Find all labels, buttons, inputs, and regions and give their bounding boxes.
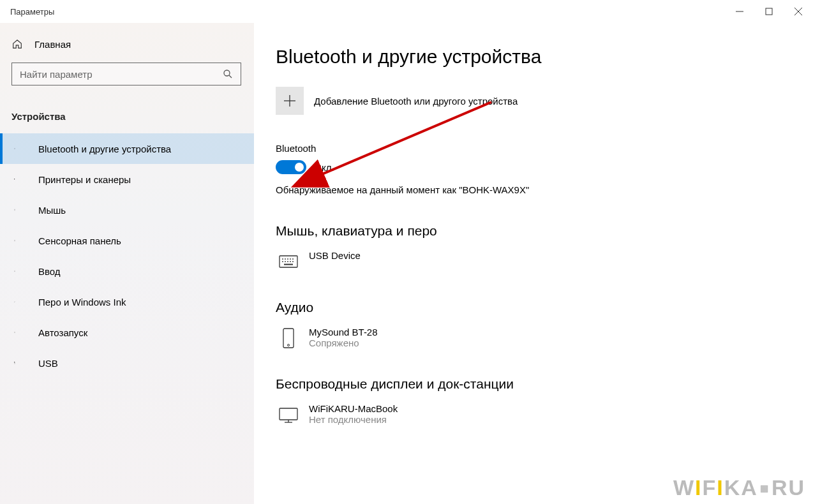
svg-point-31 — [285, 258, 286, 260]
page-title: Bluetooth и другие устройства — [276, 46, 791, 68]
svg-rect-43 — [280, 408, 297, 420]
sidebar-item-printers[interactable]: Принтеры и сканеры — [0, 164, 254, 195]
bluetooth-label: Bluetooth — [276, 143, 791, 154]
section-audio: Аудио — [276, 300, 791, 315]
sidebar-item-touchpad[interactable]: Сенсорная панель — [0, 225, 254, 256]
svg-rect-7 — [15, 148, 15, 149]
minimize-button[interactable] — [725, 0, 754, 23]
svg-point-32 — [287, 258, 288, 260]
svg-rect-17 — [14, 271, 15, 271]
sidebar-item-usb[interactable]: USB — [0, 348, 254, 378]
sidebar-section-title: Устройства — [0, 97, 254, 133]
sidebar: Главная Устройства Bluetooth и другие ус… — [0, 23, 254, 504]
window-title: Параметры — [10, 7, 54, 17]
search-input-container[interactable] — [11, 63, 241, 85]
keyboard-icon — [276, 250, 301, 274]
sidebar-item-label: Сенсорная панель — [38, 235, 121, 246]
svg-point-42 — [288, 345, 290, 346]
svg-point-4 — [224, 70, 230, 76]
home-nav-item[interactable]: Главная — [0, 32, 254, 56]
watermark: WIFIKA▦RU — [673, 475, 805, 500]
sidebar-item-label: Принтеры и сканеры — [38, 174, 131, 185]
sidebar-item-label: Bluetooth и другие устройства — [38, 144, 171, 154]
sidebar-item-label: USB — [38, 358, 58, 369]
bluetooth-toggle[interactable] — [276, 160, 306, 174]
sidebar-item-bluetooth[interactable]: Bluetooth и другие устройства — [0, 133, 254, 164]
svg-point-23 — [14, 332, 15, 333]
usb-icon — [14, 357, 27, 369]
section-mouse-keyboard-pen: Мышь, клавиатура и перо — [276, 223, 791, 239]
autoplay-icon — [14, 326, 27, 339]
svg-rect-41 — [283, 329, 294, 348]
device-wifikaru-macbook[interactable]: WiFiKARU-MacBook Нет подключения — [276, 401, 791, 441]
svg-marker-24 — [15, 332, 15, 333]
sidebar-item-typing[interactable]: Ввод — [0, 256, 254, 286]
device-mysound[interactable]: MySound BT-28 Сопряжено — [276, 324, 791, 365]
search-icon — [223, 69, 233, 79]
svg-point-39 — [292, 261, 294, 262]
svg-point-36 — [285, 261, 286, 262]
svg-rect-1 — [766, 8, 772, 15]
bluetooth-toggle-text: Вкл. — [315, 162, 334, 173]
sidebar-item-label: Мышь — [38, 205, 66, 216]
plus-icon — [276, 87, 304, 115]
sidebar-item-label: Ввод — [38, 266, 61, 277]
svg-point-33 — [290, 258, 291, 260]
close-button[interactable] — [784, 0, 813, 23]
add-device-label: Добавление Bluetooth или другого устройс… — [314, 96, 518, 107]
maximize-button[interactable] — [754, 0, 784, 23]
svg-point-35 — [282, 261, 283, 262]
device-name: MySound BT-28 — [309, 327, 378, 337]
svg-rect-40 — [284, 264, 293, 265]
phone-icon — [276, 327, 301, 351]
home-label: Главная — [34, 39, 71, 50]
printer-icon — [14, 173, 27, 186]
touchpad-icon — [14, 234, 27, 247]
svg-rect-26 — [14, 362, 15, 364]
svg-point-37 — [287, 261, 288, 262]
sidebar-item-autoplay[interactable]: Автозапуск — [0, 317, 254, 348]
discoverable-text: Обнаруживаемое на данный момент как "BOH… — [276, 184, 791, 195]
monitor-icon — [276, 403, 301, 427]
sidebar-item-label: Автозапуск — [38, 327, 87, 338]
add-device-button[interactable]: Добавление Bluetooth или другого устройс… — [276, 87, 791, 115]
svg-rect-25 — [15, 362, 15, 363]
device-status: Нет подключения — [309, 414, 398, 425]
svg-line-5 — [229, 75, 232, 78]
devices-icon — [14, 142, 27, 155]
svg-point-30 — [282, 258, 283, 260]
device-status: Сопряжено — [309, 337, 378, 348]
device-usb[interactable]: USB Device — [276, 248, 791, 288]
mouse-icon — [14, 204, 27, 216]
section-wireless-displays: Беспроводные дисплеи и док-станции — [276, 376, 791, 392]
keyboard-icon — [14, 265, 27, 278]
svg-point-34 — [292, 258, 294, 260]
sidebar-item-label: Перо и Windows Ink — [38, 297, 126, 308]
device-name: WiFiKARU-MacBook — [309, 403, 398, 414]
svg-point-38 — [290, 261, 291, 262]
sidebar-item-pen[interactable]: Перо и Windows Ink — [0, 286, 254, 317]
svg-rect-6 — [14, 149, 15, 149]
pen-icon — [14, 295, 27, 308]
device-name: USB Device — [309, 250, 361, 261]
sidebar-item-mouse[interactable]: Мышь — [0, 195, 254, 225]
search-input[interactable] — [20, 69, 211, 80]
home-icon — [11, 38, 23, 50]
main-content: Bluetooth и другие устройства Добавление… — [254, 23, 813, 504]
